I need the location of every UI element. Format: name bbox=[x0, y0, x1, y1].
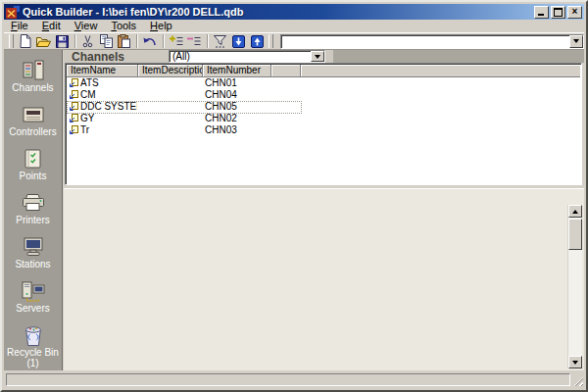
toolbar-combo[interactable] bbox=[280, 34, 584, 49]
sidebar-item-label: Recycle Bin bbox=[7, 348, 59, 358]
window-controls: × bbox=[534, 6, 582, 19]
page-title: Channels bbox=[72, 50, 124, 64]
menu-file[interactable]: File bbox=[4, 20, 35, 32]
cell-itemnumber: CHN04 bbox=[205, 89, 271, 101]
cell-itemname: GY bbox=[80, 113, 137, 124]
open-button[interactable] bbox=[34, 33, 53, 49]
cell-itemnumber: CHN01 bbox=[205, 77, 271, 89]
sidebar-item-controllers[interactable]: Controllers bbox=[4, 103, 62, 147]
save-icon bbox=[56, 35, 69, 48]
filter-button[interactable] bbox=[212, 33, 230, 49]
scroll-up-button[interactable] bbox=[568, 205, 582, 218]
quick-builder-window: Quick Builder - I:\bei fen\DY\r200 DELL.… bbox=[0, 0, 588, 392]
upload-button[interactable] bbox=[248, 33, 267, 49]
cell-itemname: Tr bbox=[80, 124, 137, 136]
remove-item-button[interactable] bbox=[185, 33, 204, 49]
scrollbar-thumb[interactable] bbox=[568, 219, 582, 250]
main-header: Channels (All) bbox=[64, 50, 584, 63]
save-button[interactable] bbox=[53, 33, 72, 49]
detail-pane bbox=[64, 188, 584, 370]
cell-itemnumber: CHN03 bbox=[205, 124, 271, 136]
menu-bar: File Edit View Tools Help bbox=[4, 20, 584, 32]
cut-button[interactable] bbox=[79, 33, 98, 49]
channels-list[interactable]: ItemName ItemDescription ItemNumber ATS … bbox=[65, 63, 582, 185]
sidebar-item-sublabel: (1) bbox=[26, 359, 38, 368]
table-row[interactable]: DDC SYSTEM CHN05 bbox=[67, 101, 580, 113]
vertical-scrollbar[interactable] bbox=[567, 205, 582, 368]
sidebar-item-recycle-bin[interactable]: Recycle Bin (1) bbox=[4, 323, 62, 368]
channel-item-icon bbox=[69, 114, 78, 123]
table-row[interactable]: CM CHN04 bbox=[67, 89, 580, 101]
filter-combo[interactable]: (All) bbox=[169, 50, 325, 63]
menu-tools[interactable]: Tools bbox=[104, 20, 143, 32]
filter-icon bbox=[214, 35, 226, 48]
channel-item-icon bbox=[69, 102, 78, 112]
list-body: ATS CHN01 CM CHN04 DDC SYSTEM CHN05 GY bbox=[67, 77, 580, 183]
toolbar-separator bbox=[74, 34, 76, 48]
table-row[interactable]: GY CHN02 bbox=[67, 113, 580, 124]
printers-icon bbox=[21, 191, 46, 215]
header-filler bbox=[333, 50, 584, 63]
new-button[interactable] bbox=[17, 33, 35, 49]
undo-button[interactable] bbox=[141, 33, 160, 49]
column-header-itemdescription[interactable]: ItemDescription bbox=[138, 65, 203, 77]
sidebar-item-label: Channels bbox=[12, 83, 53, 93]
title-bar[interactable]: Quick Builder - I:\bei fen\DY\r200 DELL.… bbox=[4, 4, 584, 20]
sidebar-item-points[interactable]: Points bbox=[4, 147, 62, 191]
points-icon bbox=[23, 147, 44, 171]
cell-itemname: CM bbox=[80, 89, 137, 101]
add-item-icon bbox=[170, 35, 183, 47]
resize-grip[interactable] bbox=[571, 374, 583, 386]
column-header-filler bbox=[301, 65, 580, 77]
column-header-blank[interactable] bbox=[271, 65, 301, 77]
sidebar-item-servers[interactable]: Servers bbox=[4, 279, 62, 323]
scroll-down-button[interactable] bbox=[568, 356, 582, 368]
filter-combo-value: (All) bbox=[170, 51, 311, 62]
undo-icon bbox=[143, 36, 157, 47]
close-icon: × bbox=[572, 7, 578, 17]
toolbar bbox=[4, 32, 584, 50]
maximize-button[interactable] bbox=[551, 6, 565, 19]
table-row[interactable]: ATS CHN01 bbox=[67, 77, 580, 89]
toolbar-separator bbox=[136, 34, 138, 48]
servers-icon bbox=[21, 279, 46, 303]
paste-button[interactable] bbox=[116, 33, 134, 49]
channels-icon bbox=[21, 59, 46, 82]
upload-icon bbox=[251, 35, 264, 48]
sidebar-item-label: Points bbox=[20, 172, 47, 181]
new-icon bbox=[20, 34, 31, 48]
sidebar-item-channels[interactable]: Channels bbox=[4, 59, 62, 103]
close-button[interactable]: × bbox=[567, 6, 582, 19]
channel-item-icon bbox=[69, 90, 78, 100]
menu-help[interactable]: Help bbox=[143, 20, 179, 32]
menu-edit[interactable]: Edit bbox=[35, 20, 68, 32]
copy-button[interactable] bbox=[97, 33, 116, 49]
add-item-button[interactable] bbox=[168, 33, 186, 49]
sidebar-item-label: Printers bbox=[16, 216, 49, 225]
channel-item-icon bbox=[69, 78, 78, 88]
sidebar-item-printers[interactable]: Printers bbox=[4, 191, 62, 235]
column-header-itemnumber[interactable]: ItemNumber bbox=[203, 65, 271, 77]
sidebar-item-stations[interactable]: Stations bbox=[4, 235, 62, 279]
toolbar-gripper[interactable] bbox=[269, 34, 273, 48]
cell-itemname: DDC SYSTEM bbox=[80, 101, 137, 113]
channel-item-icon bbox=[69, 125, 78, 135]
download-button[interactable] bbox=[229, 33, 248, 49]
stations-icon bbox=[22, 235, 45, 259]
toolbar-separator bbox=[163, 34, 165, 48]
arrow-up-icon bbox=[572, 210, 578, 214]
controllers-icon bbox=[21, 103, 46, 126]
table-row[interactable]: Tr CHN03 bbox=[67, 124, 580, 136]
cell-itemnumber: CHN02 bbox=[205, 113, 271, 124]
minimize-button[interactable] bbox=[534, 6, 549, 19]
toolbar-separator bbox=[207, 34, 209, 48]
chevron-down-icon[interactable] bbox=[311, 51, 324, 62]
list-header: ItemName ItemDescription ItemNumber bbox=[67, 65, 580, 77]
menu-view[interactable]: View bbox=[68, 20, 105, 32]
toolbar-gripper[interactable] bbox=[9, 34, 14, 48]
recycle-bin-icon bbox=[23, 323, 44, 347]
chevron-down-icon[interactable] bbox=[569, 35, 583, 48]
arrow-down-icon bbox=[572, 361, 578, 365]
maximize-icon bbox=[554, 8, 563, 17]
column-header-itemname[interactable]: ItemName bbox=[67, 65, 138, 77]
